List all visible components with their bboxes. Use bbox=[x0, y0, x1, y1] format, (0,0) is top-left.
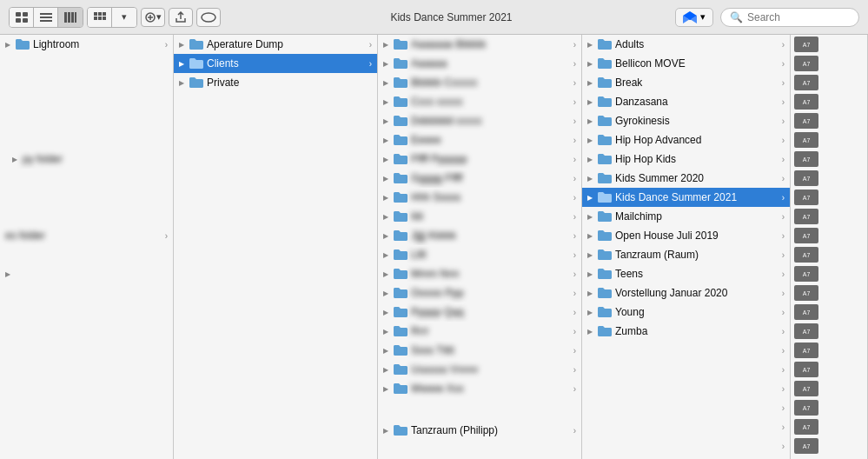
list-view-btn[interactable] bbox=[34, 8, 58, 27]
list-item-danzasana[interactable]: ▶ Danzasana › bbox=[582, 92, 790, 111]
list-item[interactable] bbox=[0, 341, 173, 360]
list-item-teens[interactable]: ▶ Teens › bbox=[582, 264, 790, 283]
list-item[interactable] bbox=[0, 73, 173, 92]
thumbnail-item: A7 bbox=[791, 111, 867, 130]
list-item-kids-summer-2020[interactable]: ▶ Kids Summer 2020 › bbox=[582, 169, 790, 188]
list-item-open-house[interactable]: ▶ Open House Juli 2019 › bbox=[582, 226, 790, 245]
list-item[interactable]: ▶ Ppppp Qqq › bbox=[378, 303, 581, 322]
list-item[interactable]: ▶ Hhh Sssss › bbox=[378, 188, 581, 207]
expand-arrow-icon: ▶ bbox=[383, 309, 388, 316]
list-item[interactable]: ▶ Aperature Dump › bbox=[174, 35, 377, 54]
list-item-tanzraum-philipp[interactable]: ▶ Tanzraum (Philipp) › bbox=[378, 421, 581, 440]
item-label: Adults bbox=[615, 38, 779, 50]
list-item[interactable] bbox=[0, 169, 173, 188]
folder-icon bbox=[394, 172, 407, 184]
list-item[interactable]: ▶ Uuuuuu Vvvvv › bbox=[378, 360, 581, 379]
list-item[interactable]: ▶ Ssss Ttttt › bbox=[378, 341, 581, 360]
share-btn[interactable] bbox=[169, 8, 193, 27]
list-item-gyrokinesis[interactable]: ▶ Gyrokinesis › bbox=[582, 111, 790, 130]
list-item[interactable]: ▶ Cccc ccccc › bbox=[378, 92, 581, 111]
list-item[interactable]: ▶ Lllll › bbox=[378, 245, 581, 264]
chevron-right-icon: › bbox=[573, 59, 576, 69]
list-item[interactable] bbox=[0, 417, 173, 436]
chevron-right-icon: › bbox=[573, 250, 576, 260]
list-item[interactable]: › bbox=[582, 379, 790, 398]
list-item[interactable]: ▶ Lightroom › bbox=[0, 35, 173, 54]
list-item[interactable] bbox=[0, 130, 173, 150]
list-item[interactable]: ▶ Iiiii › bbox=[378, 207, 581, 226]
search-box[interactable]: 🔍 bbox=[720, 8, 859, 27]
list-item[interactable] bbox=[0, 379, 173, 398]
list-item[interactable]: ▶ py folder bbox=[0, 150, 173, 169]
group-dropdown-btn[interactable]: ▾ bbox=[112, 8, 136, 27]
list-item[interactable]: ▶ Bbbbb Cccccc › bbox=[378, 73, 581, 92]
list-item[interactable] bbox=[0, 54, 173, 73]
dropbox-button[interactable]: ▾ bbox=[675, 8, 713, 27]
thumbnail-item: A7 bbox=[791, 130, 867, 150]
chevron-right-icon: › bbox=[782, 40, 785, 50]
list-item[interactable] bbox=[0, 188, 173, 207]
list-item[interactable] bbox=[0, 245, 173, 264]
list-item[interactable] bbox=[0, 360, 173, 379]
item-label: Fffff Pppppp bbox=[411, 153, 570, 165]
expand-arrow-icon: ▶ bbox=[12, 156, 17, 163]
list-item[interactable]: ▶ Ooooo Ppp › bbox=[378, 283, 581, 303]
list-item[interactable]: › bbox=[582, 341, 790, 360]
list-item[interactable]: ▶ Aaaaaa › bbox=[378, 54, 581, 73]
list-item[interactable]: ▶ Ddddddd ccccc › bbox=[378, 111, 581, 130]
list-item[interactable] bbox=[0, 398, 173, 417]
list-item-kids-dance-summer-2021[interactable]: ▶ Kids Dance Summer 2021 › bbox=[582, 188, 790, 207]
search-input[interactable] bbox=[747, 11, 850, 23]
list-item-hiphop-advanced[interactable]: ▶ Hip Hop Advanced › bbox=[582, 130, 790, 150]
list-item[interactable] bbox=[378, 440, 581, 459]
list-item-mailchimp[interactable]: ▶ Mailchimp › bbox=[582, 207, 790, 226]
list-item[interactable]: ▶ Clients › bbox=[174, 54, 377, 73]
chevron-right-icon: › bbox=[573, 384, 576, 394]
list-item[interactable] bbox=[0, 303, 173, 322]
list-item-bellicon[interactable]: ▶ Bellicon MOVE › bbox=[582, 54, 790, 73]
list-item-break[interactable]: ▶ Break › bbox=[582, 73, 790, 92]
list-item[interactable]: ▶ Jjjjj Kkkkk › bbox=[378, 226, 581, 245]
thumbnail-image: A7 bbox=[794, 37, 818, 52]
list-item-young[interactable]: ▶ Young › bbox=[582, 303, 790, 322]
list-item[interactable]: ▶ Mmm Nnn › bbox=[378, 264, 581, 283]
folder-icon bbox=[394, 76, 407, 89]
view-toggle-group[interactable] bbox=[9, 7, 83, 28]
list-item[interactable]: › bbox=[582, 360, 790, 379]
list-item[interactable]: ▶ Rrrr › bbox=[378, 322, 581, 341]
icon-view-btn[interactable] bbox=[10, 8, 34, 27]
list-item[interactable]: ▶ Wwww Xxx › bbox=[378, 379, 581, 398]
list-item[interactable]: es folder › bbox=[0, 226, 173, 245]
list-item[interactable]: › bbox=[582, 436, 790, 456]
chevron-right-icon: › bbox=[573, 365, 576, 375]
list-item[interactable] bbox=[0, 207, 173, 226]
group-view-group[interactable]: ▾ bbox=[87, 7, 137, 28]
list-item-hiphop-kids[interactable]: ▶ Hip Hop Kids › bbox=[582, 150, 790, 169]
list-item[interactable]: › bbox=[582, 398, 790, 417]
thumbnail-image: A7 bbox=[794, 285, 818, 301]
list-item[interactable] bbox=[0, 111, 173, 130]
list-item[interactable] bbox=[0, 283, 173, 303]
column-view-btn[interactable] bbox=[58, 8, 83, 27]
list-item[interactable]: ▶ Eeeee › bbox=[378, 130, 581, 150]
list-item[interactable]: ▶ bbox=[0, 264, 173, 283]
folder-icon bbox=[394, 268, 407, 280]
list-item[interactable] bbox=[0, 322, 173, 341]
list-item-adults[interactable]: ▶ Adults › bbox=[582, 35, 790, 54]
action-btn[interactable]: ▾ bbox=[141, 8, 165, 27]
window-title: Kids Dance Summer 2021 bbox=[390, 11, 512, 23]
list-item[interactable] bbox=[0, 92, 173, 111]
list-item[interactable]: ▶ Private bbox=[174, 73, 377, 92]
chevron-right-icon: › bbox=[782, 59, 785, 69]
tag-btn[interactable] bbox=[196, 8, 221, 27]
list-item[interactable]: › bbox=[582, 417, 790, 436]
expand-arrow-icon: ▶ bbox=[383, 289, 388, 297]
chevron-right-icon: › bbox=[782, 136, 785, 145]
list-item-vorstellung[interactable]: ▶ Vorstellung Januar 2020 › bbox=[582, 283, 790, 303]
list-item-tanzraum-raum[interactable]: ▶ Tanzraum (Raum) › bbox=[582, 245, 790, 264]
list-item-zumba[interactable]: ▶ Zumba › bbox=[582, 322, 790, 341]
list-item[interactable]: ▶ Aaaaaaa Bbbbb › bbox=[378, 35, 581, 54]
list-item[interactable]: ▶ Fffff Pppppp › bbox=[378, 150, 581, 169]
list-item[interactable]: ▶ Ggggg Fffff › bbox=[378, 169, 581, 188]
gallery-view-btn[interactable] bbox=[88, 8, 112, 27]
